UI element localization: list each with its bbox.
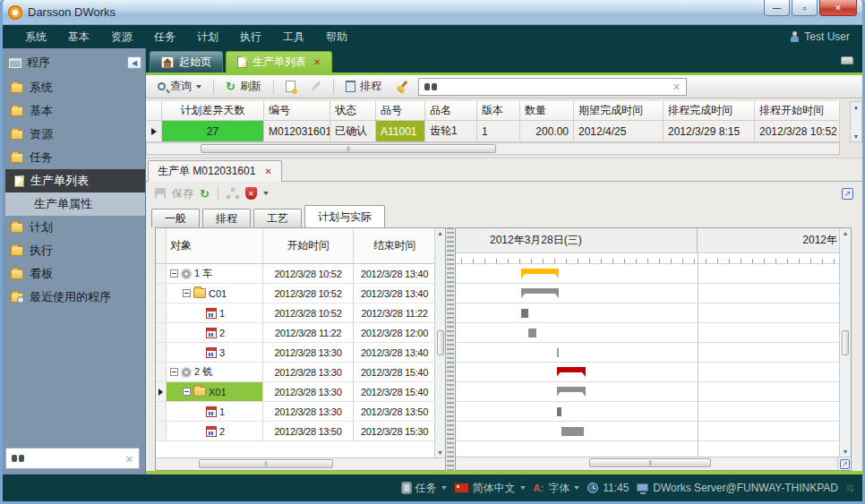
col-item-no[interactable]: 品号 [376, 101, 425, 121]
scrollbar-thumb[interactable] [199, 459, 333, 468]
sidebar-item-resource[interactable]: 资源 [5, 123, 145, 146]
gantt-bar[interactable] [521, 288, 559, 298]
menu-system[interactable]: 系统 [15, 27, 56, 47]
col-status[interactable]: 状态 [330, 101, 376, 121]
grid-data-row[interactable]: 27 M012031601 已确认 A11001 齿轮1 1 200.00 20… [146, 121, 862, 142]
col-qty[interactable]: 数量 [520, 101, 574, 121]
tab-production-order-list[interactable]: 生产单列表 ✕ [226, 51, 332, 73]
expand-gantt-icon[interactable] [840, 459, 850, 469]
sidebar-item-task[interactable]: 任务 [5, 146, 145, 169]
status-font-menu[interactable]: A: 字体 [534, 481, 580, 496]
tab-close-icon[interactable]: ✕ [313, 57, 321, 67]
collapse-icon[interactable] [170, 269, 178, 278]
routing-icon[interactable] [227, 188, 239, 199]
grid-horizontal-scrollbar[interactable] [146, 142, 840, 155]
col-item-name[interactable]: 品名 [425, 101, 477, 121]
table-row[interactable]: 1 2012/3/28 10:52 2012/3/28 11:22 [156, 303, 434, 323]
menu-tools[interactable]: 工具 [273, 27, 314, 47]
schedule-button[interactable]: 排程 [341, 77, 386, 96]
col-end-time[interactable]: 结束时间 [354, 228, 436, 263]
sidebar-collapse-button[interactable]: ◀ [127, 56, 141, 69]
subtab-schedule[interactable]: 排程 [202, 209, 251, 227]
collapse-icon[interactable] [170, 368, 178, 376]
sidebar-search-input[interactable] [30, 452, 120, 465]
chevron-down-icon[interactable] [263, 192, 269, 195]
save-button[interactable]: 保存 [172, 186, 193, 201]
scroll-down-icon[interactable]: ▼ [437, 449, 443, 456]
scrollbar-thumb[interactable] [201, 144, 496, 153]
table-row[interactable]: 1 车 2012/3/28 10:52 2012/3/28 13:40 [156, 264, 434, 284]
col-sched-start[interactable]: 排程开始时间 [755, 101, 840, 121]
table-row-selected[interactable]: X01 2012/3/28 13:30 2012/3/28 15:40 [156, 382, 434, 402]
gantt-bar[interactable] [557, 407, 561, 416]
scroll-down-icon[interactable]: ▼ [843, 448, 849, 455]
gantt-bar[interactable] [521, 309, 528, 318]
menu-resource[interactable]: 资源 [101, 27, 142, 47]
col-sched-finish[interactable]: 排程完成时间 [664, 101, 755, 121]
clear-icon[interactable] [125, 450, 133, 466]
col-diff-days[interactable]: 计划差异天数 [162, 101, 264, 121]
menu-execute[interactable]: 执行 [230, 27, 271, 47]
minimize-button[interactable] [764, 0, 790, 16]
menu-basic[interactable]: 基本 [58, 27, 99, 47]
sidebar-item-execute[interactable]: 执行 [5, 239, 145, 262]
table-row[interactable]: 2 2012/3/28 11:22 2012/3/28 12:00 [156, 323, 434, 343]
sidebar-item-system[interactable]: 系统 [5, 76, 145, 99]
clear-icon[interactable] [672, 81, 681, 93]
gantt-bar[interactable] [557, 387, 587, 397]
sidebar-item-production-order-props[interactable]: 生产单属性 [5, 192, 145, 216]
subtab-process[interactable]: 工艺 [253, 209, 302, 227]
scroll-up-icon[interactable]: ▲ [853, 104, 860, 110]
new-button[interactable] [281, 79, 300, 94]
tab-home[interactable]: 起始页 [150, 51, 223, 73]
menu-plan[interactable]: 计划 [187, 27, 228, 47]
subtab-plan-vs-actual[interactable]: 计划与实际 [304, 205, 385, 227]
subtab-general[interactable]: 一般 [151, 209, 200, 227]
gantt-bar[interactable] [528, 329, 537, 337]
col-object[interactable]: 对象 [167, 228, 263, 263]
scrollbar-thumb[interactable] [437, 330, 444, 355]
status-task-menu[interactable]: 任务 [402, 481, 447, 496]
scrollbar-thumb[interactable] [842, 330, 849, 355]
sidebar-item-production-order-list[interactable]: 生产单列表 [5, 169, 145, 192]
user-info[interactable]: Test User [790, 30, 850, 43]
grid-vertical-scrollbar[interactable]: ▲ ▼ [850, 101, 862, 142]
table-row[interactable]: 3 2012/3/28 13:30 2012/3/28 13:40 [156, 343, 434, 363]
order-document-tab[interactable]: 生产单 M012031601 ✕ [148, 160, 282, 182]
sidebar-item-basic[interactable]: 基本 [5, 99, 145, 123]
col-code[interactable]: 编号 [264, 101, 330, 121]
col-expect-finish[interactable]: 期望完成时间 [574, 101, 664, 121]
refresh-button[interactable]: 刷新 [221, 77, 266, 96]
gantt-horizontal-scrollbar[interactable] [456, 457, 837, 470]
table-vertical-scrollbar[interactable]: ▲ ▼ [434, 228, 445, 457]
printer-icon[interactable] [841, 56, 853, 64]
open-in-new-window-icon[interactable] [842, 188, 853, 200]
col-version[interactable]: 版本 [477, 101, 520, 121]
col-start-time[interactable]: 开始时间 [263, 228, 354, 263]
table-row[interactable]: 1 2012/3/28 13:30 2012/3/28 13:50 [156, 402, 434, 422]
toolbar-search-input[interactable] [442, 81, 667, 93]
close-button[interactable] [819, 0, 857, 16]
collapse-icon[interactable] [183, 289, 191, 297]
table-row[interactable]: 2 2012/3/28 13:50 2012/3/28 15:30 [156, 422, 434, 441]
edit-button[interactable] [305, 83, 326, 90]
scrollbar-thumb[interactable] [589, 458, 711, 467]
sidebar-item-plan[interactable]: 计划 [5, 216, 145, 239]
pane-splitter[interactable] [447, 227, 454, 471]
status-language-menu[interactable]: 简体中文 [455, 481, 526, 496]
gantt-bar[interactable] [557, 367, 587, 377]
gantt-bar[interactable] [561, 427, 584, 436]
collapse-icon[interactable] [183, 388, 191, 396]
gantt-vertical-scrollbar[interactable]: ▲ ▼ [839, 228, 851, 457]
sidebar-item-kanban[interactable]: 看板 [5, 262, 145, 286]
resize-grip[interactable] [846, 484, 853, 491]
sidebar-item-recent[interactable]: 最近使用的程序 [5, 286, 145, 309]
gantt-bar[interactable] [557, 348, 560, 357]
table-row[interactable]: C01 2012/3/28 10:52 2012/3/28 13:40 [156, 284, 434, 303]
order-tab-close-icon[interactable]: ✕ [264, 167, 271, 176]
cancel-shield-icon[interactable] [245, 187, 257, 200]
table-horizontal-scrollbar[interactable] [156, 457, 445, 470]
menu-task[interactable]: 任务 [144, 27, 185, 47]
maximize-button[interactable] [792, 0, 818, 16]
table-row[interactable]: 2 铣 2012/3/28 13:30 2012/3/28 15:40 [156, 363, 434, 382]
